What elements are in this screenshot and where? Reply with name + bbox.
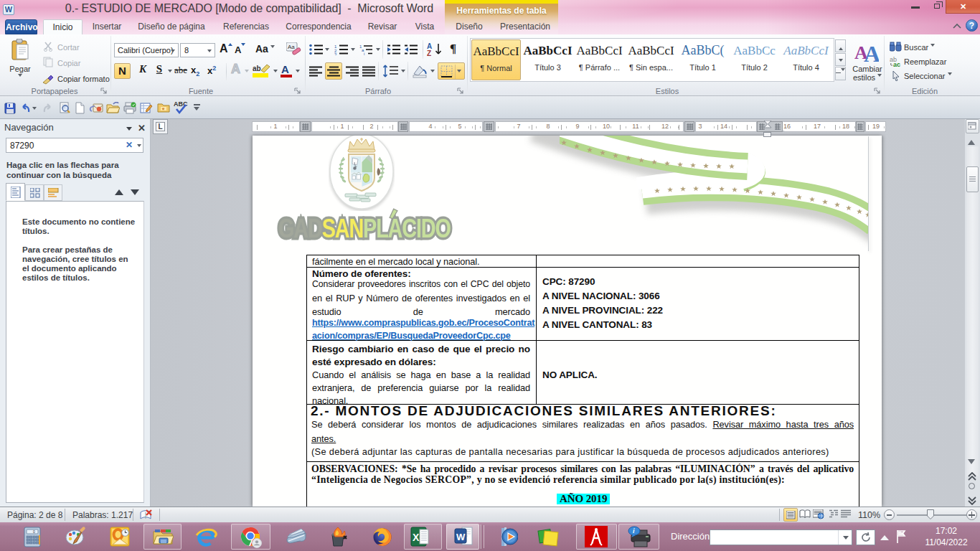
svg-text:ac: ac [893,61,900,67]
svg-text:0: 0 [33,529,35,534]
svg-text:3: 3 [334,52,337,55]
svg-text:✷: ✷ [161,107,165,111]
svg-text:Aa: Aa [288,44,295,50]
svg-text:Z: Z [427,50,431,57]
svg-text:X: X [413,532,420,543]
svg-text:ab: ab [253,65,261,72]
svg-text:W: W [456,532,466,542]
svg-text:ABC: ABC [174,100,188,108]
svg-text:i: i [364,52,364,55]
svg-text:A: A [281,63,289,75]
svg-text:A: A [864,41,879,62]
